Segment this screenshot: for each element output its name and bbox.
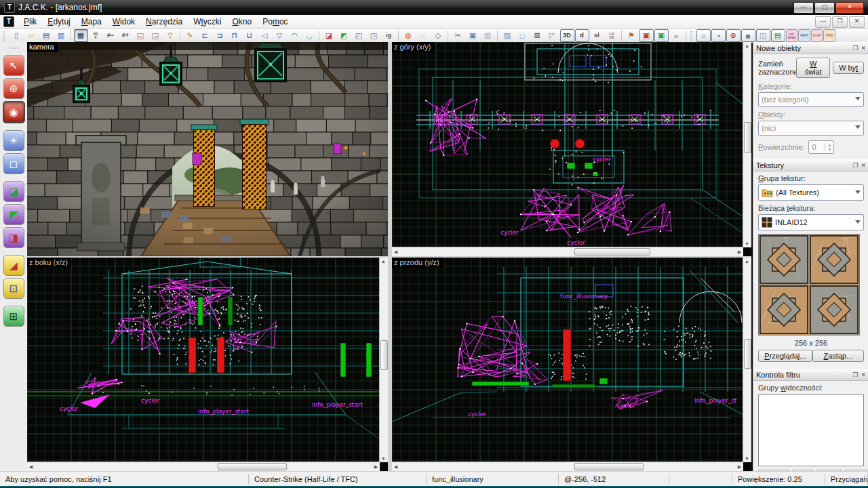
browse-textures-button[interactable]: Przeglądaj... <box>758 350 812 362</box>
menu-pomoc[interactable]: Pomoc <box>257 16 293 28</box>
toolbar-drag-handle[interactable] <box>3 31 7 41</box>
scroll-down-arrow[interactable]: ▼ <box>743 455 751 462</box>
save-all-button[interactable]: ▥ <box>54 29 68 42</box>
viewport-front[interactable]: z przodu (y/z) func_illusionarycyclercyc… <box>392 258 751 471</box>
cut-button[interactable]: ✂ <box>451 29 465 42</box>
lock-button[interactable]: LOCK <box>605 29 619 42</box>
close-panel-icon[interactable]: ✕ <box>861 162 866 169</box>
scroll-right-arrow[interactable]: ▶ <box>372 463 380 470</box>
move-to-back-button[interactable]: ◩ <box>337 29 351 42</box>
compass-button[interactable]: ◔ <box>711 29 726 42</box>
clip-plane-tool-button[interactable]: ◢ <box>3 255 24 276</box>
texture-apply-tool-button[interactable]: ◩ <box>3 204 24 225</box>
transform-box-button[interactable]: ⊠ <box>530 29 545 42</box>
replace-texture-button[interactable]: Zastąp... <box>812 350 864 362</box>
scroll-down-arrow[interactable]: ▼ <box>743 240 751 247</box>
visibility-groups-listbox[interactable] <box>758 394 864 466</box>
scroll-down-arrow[interactable]: ▼ <box>380 455 387 462</box>
copy-button[interactable]: ▣ <box>466 29 480 42</box>
flip-horizontal-button[interactable]: ◁ <box>258 29 272 42</box>
edit-pencil-button[interactable]: ✎ <box>183 29 197 42</box>
make-cube-button[interactable]: ◇ <box>431 29 446 42</box>
float-panel-icon[interactable]: ❐ <box>852 371 858 378</box>
float-panel-icon[interactable]: ❐ <box>852 45 858 52</box>
front-2d-view[interactable]: func_illusionarycyclercyclerinfo_player_… <box>392 258 743 462</box>
circle-tool-button[interactable]: ○ <box>696 29 711 42</box>
select-box-button[interactable]: □ <box>515 29 530 42</box>
hint-texture-button[interactable]: HINT <box>798 29 810 42</box>
spinner-arrows-icon[interactable]: ▲▼ <box>825 143 833 151</box>
entity-green-button[interactable]: ▣ <box>654 29 669 42</box>
select-tool-button[interactable]: ↖ <box>3 55 24 76</box>
nodraw-texture-button[interactable]: nodraw <box>786 29 798 42</box>
close-panel-icon[interactable]: ✕ <box>861 45 866 52</box>
open-file-button[interactable]: ▱ <box>24 29 39 42</box>
scroll-thumb[interactable] <box>380 340 388 370</box>
viewport-front-hscrollbar[interactable]: ◀ ▶ <box>392 462 743 471</box>
film-view-button[interactable]: ▤ <box>771 29 785 42</box>
float-panel-icon[interactable]: ❐ <box>852 162 858 169</box>
camera-tool-button[interactable]: ◉ <box>3 101 25 123</box>
flip-vertical-button[interactable]: ▽ <box>273 29 287 42</box>
mdi-restore-button[interactable]: ❐ <box>832 16 848 28</box>
view-3d-button[interactable]: 3D <box>560 29 574 42</box>
textures-header[interactable]: Tekstury ❐✕ <box>753 159 868 171</box>
move-to-front-button[interactable]: ◪ <box>322 29 336 42</box>
scroll-thumb[interactable] <box>574 463 644 470</box>
scroll-left-arrow[interactable]: ◀ <box>27 463 35 470</box>
scroll-thumb[interactable] <box>218 463 287 470</box>
align-top-button[interactable]: ⊓ <box>228 29 242 42</box>
shrink-button[interactable]: ◳ <box>367 29 381 42</box>
viewport-top-hscrollbar[interactable]: ◀ ▶ <box>392 247 743 256</box>
viewport-side-vscrollbar[interactable]: ▲ ▼ <box>379 258 388 462</box>
mdi-close-button[interactable]: ✕ <box>849 16 865 28</box>
categories-combobox[interactable]: (bez kategorii) <box>758 92 864 107</box>
clip-texture-button[interactable]: CLIP <box>811 29 823 42</box>
cursor-select-button[interactable]: ◸ <box>545 29 559 42</box>
view-sl-button[interactable]: sl <box>590 29 604 42</box>
camera-3d-view[interactable] <box>27 42 388 256</box>
menu-wtyczki[interactable]: Wtyczki <box>188 16 226 28</box>
rotate-cw-button[interactable]: ◠ <box>288 29 302 42</box>
menu-widok[interactable]: Widok <box>107 16 140 28</box>
menu-narzędzia[interactable]: Narzędzia <box>140 16 188 28</box>
menu-mapa[interactable]: Mapa <box>76 16 107 28</box>
faces-spinner[interactable]: 0 ▲▼ <box>808 140 834 154</box>
viewport-top-vscrollbar[interactable]: ▲ ▼ <box>743 42 751 247</box>
path-tool-button[interactable]: » <box>669 29 684 42</box>
view-d-button[interactable]: d <box>575 29 589 42</box>
toolbar-drag-handle[interactable] <box>690 31 694 41</box>
viewport-front-vscrollbar[interactable]: ▲ ▼ <box>743 258 751 462</box>
ignore-groups-button[interactable]: ig <box>382 29 396 42</box>
scroll-right-arrow[interactable]: ▶ <box>736 463 743 470</box>
entity-flag-button[interactable]: ⚑ <box>625 29 639 42</box>
viewport-side[interactable]: z boku (x/z) cyclercyclerinfo_player_sta… <box>27 258 388 471</box>
align-right-button[interactable]: ⊐ <box>213 29 227 42</box>
scroll-up-arrow[interactable]: ▲ <box>743 258 751 265</box>
hollow-button[interactable]: ◍ <box>401 29 416 42</box>
trig-texture-button[interactable]: TRIG <box>823 29 835 42</box>
grid-toggle-button[interactable]: ▦ <box>74 29 88 42</box>
objects-combobox[interactable]: (nic) <box>758 121 864 136</box>
rotate-ccw-button[interactable]: ◡ <box>302 29 317 42</box>
grid-smaller-button[interactable]: #− <box>104 29 118 42</box>
group-button[interactable]: ◱ <box>134 29 148 42</box>
side-2d-view[interactable]: cyclercyclerinfo_player_startinfo_player… <box>27 258 380 462</box>
point-marker-button[interactable]: ⊙ <box>726 29 741 42</box>
save-button[interactable]: ▤ <box>39 29 54 42</box>
path-cart-tool-button[interactable]: ⊞ <box>3 306 24 327</box>
close-button[interactable]: ✕ <box>835 2 864 14</box>
viewport-camera[interactable]: kamera <box>27 42 388 256</box>
brush-tool-button[interactable]: ◻ <box>3 153 24 174</box>
top-2d-view[interactable]: cyclercyclercycler <box>392 42 743 247</box>
resize-grip[interactable] <box>859 474 867 483</box>
close-panel-icon[interactable]: ✕ <box>861 371 866 378</box>
menu-okno[interactable]: Okno <box>226 16 257 28</box>
paste-button[interactable]: ▥ <box>481 29 495 42</box>
palette-drag-handle[interactable] <box>9 47 18 51</box>
avatar-view-button[interactable]: ☻ <box>741 29 755 42</box>
texture-group-tool-button[interactable]: ◪ <box>3 181 24 202</box>
entity-red-button[interactable]: ▣ <box>639 29 654 42</box>
grid-larger-button[interactable]: #+ <box>119 29 133 42</box>
maximize-button[interactable]: ▢ <box>814 2 835 14</box>
